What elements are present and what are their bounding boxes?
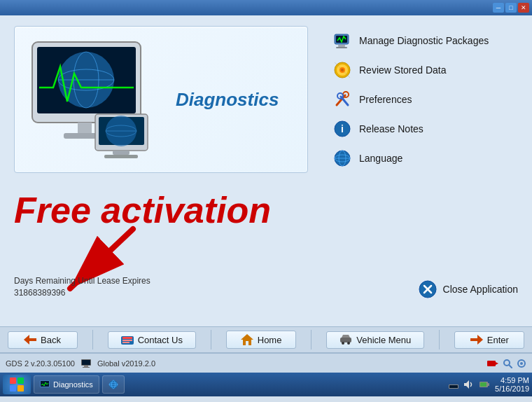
title-bar: ─ □ ✕: [0, 0, 532, 15]
vehicle-icon: [340, 335, 352, 345]
svg-rect-55: [83, 367, 90, 368]
menu-item-language[interactable]: Language: [329, 146, 525, 170]
svg-rect-73: [449, 385, 458, 388]
svg-rect-44: [122, 342, 130, 343]
home-label: Home: [258, 335, 282, 345]
title-bar-controls: ─ □ ✕: [493, 3, 529, 13]
svg-rect-65: [18, 385, 24, 391]
diagnostics-graphic: [29, 39, 162, 161]
taskbar-clock: 4:59 PM 5/16/2019: [495, 376, 529, 393]
svg-point-61: [520, 362, 523, 365]
taskbar-browser-icon: [108, 380, 118, 389]
taskbar-volume-icon: [464, 380, 474, 389]
minimize-button[interactable]: ─: [493, 3, 504, 13]
status-icon-2: [487, 359, 498, 368]
status-bar: GDS 2 v.20.3.05100 Global v2019.2.0: [0, 353, 532, 373]
preferences-label: Preferences: [359, 94, 412, 105]
home-icon: [241, 334, 253, 345]
svg-rect-54: [84, 366, 88, 367]
windows-taskbar: Diagnostics 4:59 PM 5/16/2019: [0, 373, 532, 396]
svg-text:i: i: [341, 123, 344, 134]
menu-item-review[interactable]: Review Stored Data: [329, 58, 525, 82]
taskbar-app-icon: [40, 380, 50, 389]
svg-line-59: [509, 365, 512, 368]
svg-rect-53: [82, 360, 90, 365]
main-area: Diagnostics Manage Diagnostic Packages: [0, 15, 532, 373]
review-label: Review Stored Data: [359, 64, 447, 76]
separator-4: [439, 330, 440, 349]
svg-rect-64: [10, 385, 16, 391]
svg-rect-62: [10, 377, 16, 384]
svg-rect-18: [336, 47, 347, 48]
taskbar-network-icon: [449, 380, 458, 389]
svg-rect-46: [340, 338, 351, 342]
home-button[interactable]: Home: [226, 331, 296, 349]
back-icon: [24, 335, 36, 345]
svg-rect-76: [488, 383, 489, 386]
svg-marker-45: [241, 334, 253, 345]
app-title: Diagnostics: [176, 89, 279, 111]
enter-label: Enter: [487, 335, 509, 345]
start-button[interactable]: [3, 375, 31, 394]
contact-button[interactable]: Contact Us: [108, 331, 196, 349]
taskbar-battery-icon: [479, 380, 489, 389]
close-button[interactable]: ✕: [518, 3, 529, 13]
lease-label: Days Remaining Until Lease Expires: [14, 275, 150, 287]
svg-rect-13: [113, 151, 130, 155]
preferences-icon: [332, 90, 352, 109]
svg-rect-51: [470, 338, 479, 341]
language-icon: [332, 148, 352, 168]
svg-point-47: [342, 342, 344, 345]
close-application[interactable]: Close Application: [418, 279, 518, 299]
separator-1: [92, 330, 93, 349]
svg-point-48: [347, 342, 350, 345]
enter-button[interactable]: Enter: [454, 331, 524, 349]
lease-info: Days Remaining Until Lease Expires 31868…: [14, 275, 150, 299]
menu-item-manage[interactable]: Manage Diagnostic Packages: [329, 29, 525, 53]
vehicle-menu-label: Vehicle Menu: [356, 335, 411, 345]
status-right: [487, 359, 526, 368]
contact-label: Contact Us: [138, 335, 183, 345]
back-button[interactable]: Back: [8, 331, 78, 349]
svg-rect-17: [338, 45, 345, 47]
enter-icon: [470, 335, 483, 345]
separator-2: [211, 330, 211, 349]
taskbar-date-value: 5/16/2019: [495, 384, 529, 393]
back-label: Back: [41, 335, 61, 345]
review-icon: [332, 60, 352, 80]
svg-rect-14: [104, 155, 138, 158]
svg-marker-57: [496, 362, 498, 365]
contact-icon: [121, 335, 134, 345]
top-section: Diagnostics Manage Diagnostic Packages: [0, 15, 532, 183]
svg-marker-49: [342, 335, 350, 338]
logo-area: Diagnostics: [0, 15, 315, 183]
status-global: Global v2019.2.0: [97, 359, 155, 368]
taskbar-app-button[interactable]: Diagnostics: [34, 375, 99, 394]
svg-rect-42: [122, 337, 132, 339]
separator-3: [311, 330, 312, 349]
taskbar-app-label: Diagnostics: [53, 380, 93, 389]
taskbar-browser-button[interactable]: [102, 375, 125, 394]
status-icon: [80, 359, 92, 368]
svg-rect-63: [18, 377, 24, 384]
manage-icon: [332, 31, 352, 50]
language-label: Language: [359, 153, 402, 164]
svg-rect-40: [28, 338, 36, 341]
close-app-label: Close Application: [443, 284, 518, 295]
lease-value: 31868389396: [14, 287, 150, 299]
taskbar-time-value: 4:59 PM: [495, 376, 529, 384]
release-label: Release Notes: [359, 123, 424, 134]
svg-rect-77: [480, 382, 486, 387]
windows-logo: [9, 377, 24, 392]
button-bar: Back Contact Us Home: [0, 326, 532, 353]
menu-item-preferences[interactable]: Preferences: [329, 88, 525, 111]
svg-rect-43: [122, 340, 132, 341]
status-left: GDS 2 v.20.3.05100 Global v2019.2.0: [6, 359, 155, 368]
status-search-icon: [503, 359, 512, 368]
taskbar-right: 4:59 PM 5/16/2019: [449, 376, 529, 393]
status-version: GDS 2 v.20.3.05100: [6, 359, 75, 368]
svg-marker-74: [464, 380, 469, 389]
maximize-button[interactable]: □: [505, 3, 517, 13]
menu-item-release[interactable]: i Release Notes: [329, 117, 525, 141]
vehicle-menu-button[interactable]: Vehicle Menu: [326, 331, 424, 349]
